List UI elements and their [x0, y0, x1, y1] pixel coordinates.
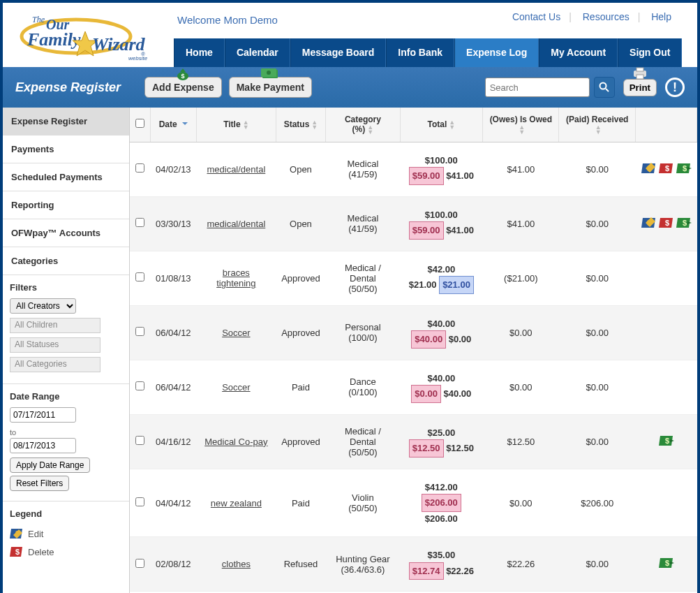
pay-icon[interactable]: $ [676, 216, 692, 232]
print-button[interactable]: Print [623, 79, 657, 96]
expense-title-link[interactable]: clothes [222, 559, 251, 569]
cash-icon [261, 67, 279, 82]
cell-date: 04/02/13 [150, 142, 197, 196]
delete-icon[interactable]: $ [659, 161, 674, 177]
help-link[interactable]: Help [643, 11, 680, 22]
sidebar-item-expense-register[interactable]: Expense Register [3, 108, 129, 136]
nav-my-account[interactable]: My Account [539, 38, 618, 67]
cell-status: Open [276, 142, 326, 196]
statuses-filter[interactable]: All Statuses [10, 337, 100, 353]
printer-icon [632, 67, 648, 82]
logo: The Our Family Wizard ® website [10, 7, 163, 63]
cell-owes: ($21.00) [483, 251, 559, 305]
cell-status: Paid [276, 469, 326, 537]
sidebar-item-ofwpay-accounts[interactable]: OFWpay™ Accounts [3, 219, 129, 247]
col-title[interactable]: Title▲▼ [197, 108, 276, 142]
row-checkbox[interactable] [135, 272, 144, 281]
make-payment-button[interactable]: Make Payment [229, 77, 312, 98]
sidebar-item-categories[interactable]: Categories [3, 247, 129, 275]
daterange-heading: Date Range [10, 391, 122, 402]
expense-title-link[interactable]: medical/dental [207, 219, 265, 229]
col-category-[interactable]: Category(%)▲▼ [326, 108, 400, 142]
edit-icon[interactable]: $ [641, 216, 657, 232]
search-input[interactable] [485, 78, 590, 97]
cell-owes: $41.00 [483, 196, 559, 251]
cell-total: $42.00$21.00 $21.00 [400, 251, 483, 305]
cell-date: 02/08/12 [150, 537, 197, 592]
sidebar-item-payments[interactable]: Payments [3, 136, 129, 163]
resources-link[interactable]: Resources [574, 11, 638, 22]
table-row: 02/08/12clothesRefusedHunting Gear(36.4/… [130, 537, 697, 592]
cell-status: Approved [276, 305, 326, 360]
money-bag-icon: $ [175, 67, 191, 83]
contact-link[interactable]: Contact Us [504, 11, 569, 22]
date-to-input[interactable] [10, 438, 76, 453]
col-status[interactable]: Status▲▼ [276, 108, 326, 142]
cell-category: Dance(0/100) [326, 360, 400, 414]
col--owes-is-owed[interactable]: (Owes) Is Owed▲▼ [483, 108, 559, 142]
table-row: 01/08/13braces tighteningApprovedMedical… [130, 251, 697, 305]
expense-title-link[interactable]: braces tightening [216, 268, 255, 288]
nav-sign-out[interactable]: Sign Out [618, 38, 682, 67]
row-checkbox[interactable] [135, 381, 144, 390]
search-button[interactable] [594, 77, 615, 98]
pay-icon[interactable]: $ [676, 161, 692, 177]
cell-category: Medical(41/59) [326, 142, 400, 196]
nav-expense-log[interactable]: Expense Log [454, 38, 539, 67]
expense-title-link[interactable]: Medical Co-pay [204, 437, 267, 447]
alert-icon[interactable]: ! [665, 78, 685, 97]
table-row: 06/04/12SoccerPaidDance(0/100)$40.00$0.0… [130, 360, 697, 414]
reset-filters-button[interactable]: Reset Filters [10, 476, 69, 491]
children-filter[interactable]: All Children [10, 318, 100, 333]
table-row: 04/02/13medical/dentalOpenMedical(41/59)… [130, 142, 697, 196]
sidebar-item-reporting[interactable]: Reporting [3, 191, 129, 219]
nav-calendar[interactable]: Calendar [225, 38, 290, 67]
cell-paid: $0.00 [559, 142, 636, 196]
cell-category: Medical / Dental(50/50) [326, 414, 400, 469]
col-total[interactable]: Total▲▼ [400, 108, 483, 142]
row-checkbox[interactable] [135, 559, 144, 568]
svg-text:Wizard: Wizard [92, 34, 146, 54]
add-expense-label: Add Expense [152, 82, 214, 93]
categories-filter[interactable]: All Categories [10, 357, 100, 372]
expense-title-link[interactable]: Soccer [222, 382, 250, 393]
cell-actions: $$$ [636, 142, 697, 196]
expense-title-link[interactable]: Soccer [222, 328, 250, 338]
cell-paid: $0.00 [559, 537, 636, 592]
cell-paid: $0.00 [559, 251, 636, 305]
add-expense-button[interactable]: $ Add Expense [144, 77, 222, 98]
edit-icon[interactable]: $ [641, 161, 657, 177]
nav-message-board[interactable]: Message Board [290, 38, 386, 67]
nav-home[interactable]: Home [174, 38, 225, 67]
cell-total: $40.00$40.00 $0.00 [400, 305, 483, 360]
col--paid-received[interactable]: (Paid) Received▲▼ [559, 108, 636, 142]
row-checkbox[interactable] [135, 218, 144, 227]
pay-icon[interactable]: $ [659, 556, 674, 572]
nav-info-bank[interactable]: Info Bank [386, 38, 454, 67]
svg-text:$: $ [665, 219, 669, 227]
date-from-input[interactable] [10, 407, 76, 423]
svg-text:$: $ [683, 164, 687, 173]
sidebar-item-scheduled-payments[interactable]: Scheduled Payments [3, 163, 129, 191]
cell-paid: $0.00 [559, 360, 636, 414]
col-date[interactable]: Date [150, 108, 197, 142]
page-title: Expense Register [15, 80, 131, 95]
cell-total: $40.00$0.00 $40.00 [400, 360, 483, 414]
expense-title-link[interactable]: medical/dental [207, 164, 265, 175]
expense-title-link[interactable]: new zealand [211, 498, 262, 508]
cell-date: 01/08/13 [150, 251, 197, 305]
filters-heading: Filters [10, 282, 122, 293]
svg-text:$: $ [665, 164, 669, 173]
pay-icon[interactable]: $ [659, 434, 674, 450]
cell-owes: $0.00 [483, 469, 559, 537]
row-checkbox[interactable] [135, 163, 144, 173]
creators-select[interactable]: All Creators [10, 298, 76, 314]
col-blank [636, 108, 697, 142]
select-all-checkbox[interactable] [135, 119, 144, 128]
row-checkbox[interactable] [135, 436, 144, 445]
row-checkbox[interactable] [135, 497, 144, 506]
delete-icon[interactable]: $ [659, 216, 674, 232]
apply-date-button[interactable]: Apply Date Range [10, 457, 90, 473]
row-checkbox[interactable] [135, 327, 144, 336]
cell-owes: $0.00 [483, 305, 559, 360]
